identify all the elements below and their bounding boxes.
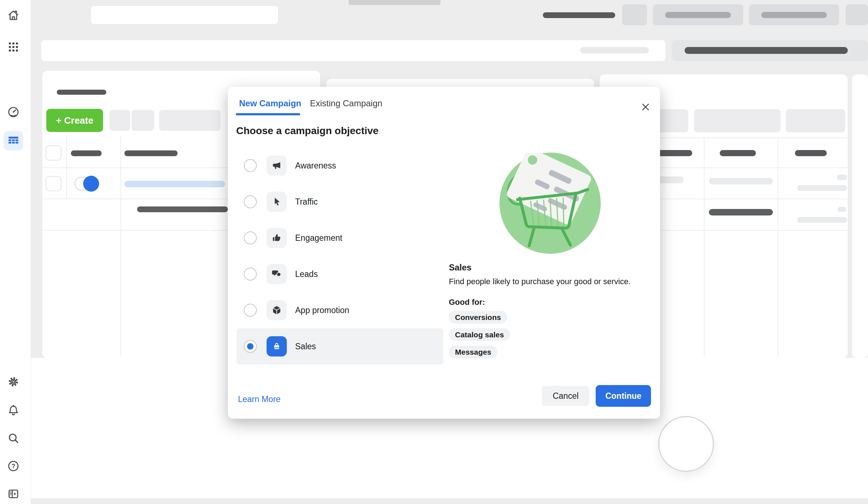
radio-selected-dot bbox=[247, 343, 254, 350]
svg-text:?: ? bbox=[12, 462, 16, 470]
shopping-bag-icon bbox=[267, 336, 287, 356]
radio-engagement[interactable] bbox=[244, 231, 257, 244]
cube-icon bbox=[267, 300, 287, 320]
good-for-tag: Messages bbox=[449, 346, 497, 358]
filter-chip-skeleton[interactable] bbox=[786, 109, 845, 132]
cancel-button[interactable]: Cancel bbox=[542, 386, 590, 406]
sales-illustration bbox=[499, 153, 601, 254]
objective-row-leads[interactable]: Leads bbox=[237, 256, 443, 292]
cursor-icon bbox=[267, 192, 287, 212]
table-column-divider bbox=[704, 137, 705, 356]
table-column-divider bbox=[66, 135, 67, 199]
cell-skeleton bbox=[709, 209, 773, 215]
radio-app-promotion[interactable] bbox=[244, 304, 257, 317]
objective-row-sales[interactable]: Sales bbox=[237, 328, 443, 364]
radio-leads[interactable] bbox=[244, 268, 257, 281]
cell-skeleton bbox=[797, 217, 847, 223]
account-label-skeleton bbox=[543, 12, 615, 18]
cell-skeleton bbox=[709, 178, 773, 184]
column-header-skeleton bbox=[124, 150, 178, 156]
table-column-divider bbox=[120, 135, 121, 356]
footer-strip bbox=[31, 498, 868, 504]
objective-label: Traffic bbox=[295, 184, 318, 220]
objective-label: App promotion bbox=[295, 292, 349, 328]
objective-label: Engagement bbox=[295, 220, 342, 256]
topbar-button-label-skeleton bbox=[665, 12, 731, 18]
objective-row-engagement[interactable]: Engagement bbox=[237, 220, 443, 256]
filter-chip-skeleton[interactable] bbox=[694, 109, 780, 132]
campaign-toggle-knob[interactable] bbox=[83, 176, 99, 192]
radio-awareness[interactable] bbox=[244, 159, 257, 172]
help-icon[interactable]: ? bbox=[7, 460, 20, 473]
ads-manager-page: + Create bbox=[0, 0, 868, 504]
column-header-skeleton bbox=[720, 150, 756, 156]
bell-icon[interactable] bbox=[7, 404, 20, 417]
continue-button[interactable]: Continue bbox=[596, 385, 651, 407]
table-icon[interactable] bbox=[7, 134, 20, 147]
detail-title: Sales bbox=[449, 262, 472, 273]
top-center-bar-skeleton bbox=[349, 0, 441, 5]
search-box-skeleton[interactable] bbox=[90, 5, 278, 25]
cell-skeleton bbox=[797, 185, 847, 191]
gauge-icon[interactable] bbox=[7, 106, 20, 119]
tab-existing-campaign[interactable]: Existing Campaign bbox=[310, 98, 382, 108]
home-icon[interactable] bbox=[7, 9, 20, 22]
campaign-name-skeleton bbox=[124, 181, 225, 187]
active-tab-underline bbox=[236, 113, 300, 115]
radio-traffic[interactable] bbox=[244, 195, 257, 208]
toolbar-skeleton bbox=[41, 40, 665, 61]
objective-label: Sales bbox=[295, 328, 316, 364]
create-button[interactable]: + Create bbox=[46, 109, 103, 132]
chat-bubbles-icon bbox=[267, 264, 287, 284]
toolbar-pill-skeleton bbox=[580, 47, 649, 54]
megaphone-icon bbox=[267, 155, 287, 176]
topbar-button-skeleton[interactable] bbox=[846, 4, 868, 25]
cell-skeleton bbox=[837, 175, 847, 180]
right-edge-card bbox=[852, 74, 868, 358]
campaign-objective-modal: New Campaign Existing Campaign Choose a … bbox=[228, 87, 660, 419]
detail-description: Find people likely to purchase your good… bbox=[449, 277, 666, 286]
loading-circle-ghost bbox=[658, 416, 714, 472]
radio-sales[interactable] bbox=[244, 340, 257, 353]
gear-icon[interactable] bbox=[7, 375, 20, 388]
modal-heading: Choose a campaign objective bbox=[236, 125, 379, 137]
toolbar-action-skeleton[interactable] bbox=[110, 110, 130, 131]
search-icon[interactable] bbox=[7, 432, 20, 445]
row-checkbox[interactable] bbox=[46, 176, 61, 191]
column-header-skeleton bbox=[71, 150, 102, 156]
toolbar-action-skeleton[interactable] bbox=[132, 110, 154, 131]
objective-row-awareness[interactable]: Awareness bbox=[237, 148, 443, 184]
table-column-divider bbox=[778, 137, 778, 356]
select-all-checkbox[interactable] bbox=[46, 145, 61, 161]
column-header-skeleton bbox=[795, 150, 827, 156]
card-tab-label-skeleton bbox=[57, 90, 106, 95]
close-icon[interactable] bbox=[640, 102, 651, 112]
topbar-button-skeleton[interactable] bbox=[622, 4, 647, 25]
objective-label: Leads bbox=[295, 256, 318, 292]
objective-row-app-promotion[interactable]: App promotion bbox=[237, 292, 443, 328]
tab-new-campaign[interactable]: New Campaign bbox=[239, 98, 301, 108]
objective-label: Awareness bbox=[295, 148, 336, 184]
toolbar-right-pill-skeleton bbox=[685, 47, 848, 54]
apps-grid-icon[interactable] bbox=[7, 40, 20, 54]
topbar-button-label-skeleton bbox=[761, 12, 827, 18]
thumbs-up-icon bbox=[267, 228, 287, 248]
good-for-tag: Catalog sales bbox=[449, 328, 510, 341]
table-row-skeleton bbox=[137, 206, 228, 212]
good-for-tag: Conversions bbox=[449, 311, 507, 324]
toolbar-action-skeleton[interactable] bbox=[159, 110, 221, 131]
learn-more-link[interactable]: Learn More bbox=[238, 394, 281, 404]
collapse-panel-icon[interactable] bbox=[7, 487, 20, 500]
objective-row-traffic[interactable]: Traffic bbox=[237, 184, 443, 220]
good-for-label: Good for: bbox=[449, 298, 485, 307]
sidebar-nav: ? bbox=[0, 0, 31, 504]
cell-skeleton bbox=[838, 207, 846, 212]
